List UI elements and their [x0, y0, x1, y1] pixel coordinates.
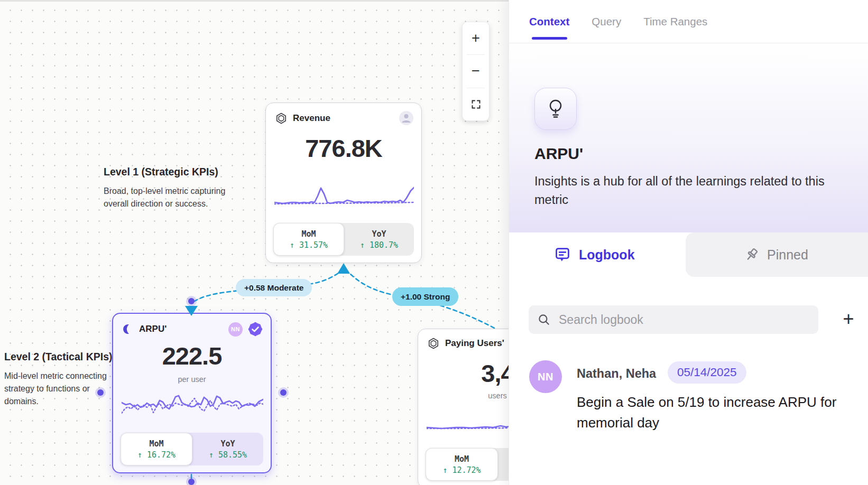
crescent-icon: [122, 323, 134, 335]
mom-value: ↑ 31.57%: [290, 240, 328, 250]
pinned-tab-label: Pinned: [767, 247, 808, 263]
arpu-sparkline: [122, 389, 263, 424]
arpu-yoy-toggle[interactable]: YoY ↑ 58.55%: [192, 433, 263, 465]
panel-metric-description: Insights is a hub for all of the learnin…: [534, 172, 836, 209]
entry-date-badge: 05/14/2025: [668, 361, 746, 384]
logbook-chat-icon: [554, 246, 571, 263]
revenue-card-header: Revenue: [275, 111, 413, 125]
entry-author-avatar: NN: [529, 360, 562, 393]
metric-hexagon-icon: [275, 112, 288, 125]
yoy-value: ↑ 58.55%: [209, 450, 247, 460]
handle-dot-arpu-left[interactable]: [97, 389, 104, 396]
tab-context[interactable]: Context: [529, 0, 569, 43]
metric-hexagon-icon: [427, 337, 440, 350]
zoom-in-button[interactable]: +: [463, 22, 489, 54]
entry-message: Begin a Sale on 5/19 to increase ARPU fo…: [577, 392, 849, 433]
pin-icon: [744, 247, 760, 263]
app-window: Level 1 (Strategic KPIs) Broad, top-leve…: [0, 0, 868, 485]
arpu-value: 222.5: [113, 341, 271, 370]
metric-tree-canvas[interactable]: Level 1 (Strategic KPIs) Broad, top-leve…: [0, 0, 509, 485]
edge-label-moderate[interactable]: +0.58 Moderate: [236, 279, 312, 296]
revenue-sparkline: [274, 181, 414, 211]
arpu-card-header: ARPU' NN: [122, 322, 263, 337]
logbook-search[interactable]: [529, 305, 818, 334]
tab-pinned[interactable]: Pinned: [686, 232, 868, 277]
mom-label: MoM: [149, 439, 163, 449]
logbook-search-input[interactable]: [558, 312, 810, 328]
revenue-yoy-toggle[interactable]: YoY ↑ 180.7%: [344, 223, 414, 256]
mom-label: MoM: [455, 454, 469, 464]
owner-avatar-icon[interactable]: [399, 111, 413, 125]
level2-description: Mid-level metric connecting strategy to …: [4, 370, 126, 408]
revenue-value: 776.8K: [266, 134, 421, 163]
entry-author-name: Nathan, Neha: [577, 367, 656, 381]
revenue-card-title: Revenue: [293, 113, 330, 124]
arpu-unit: per user: [113, 375, 271, 384]
add-logbook-entry-button[interactable]: +: [837, 307, 860, 331]
yoy-label: YoY: [372, 229, 386, 239]
paying-users-card-title: Paying Users': [445, 338, 504, 349]
search-icon: [537, 313, 551, 327]
arrow-into-revenue: [337, 263, 350, 274]
edge-label-strong[interactable]: +1.00 Strong: [392, 287, 458, 306]
fullscreen-icon: [470, 99, 482, 110]
yoy-value: ↑ 180.7%: [360, 240, 398, 250]
yoy-label: YoY: [220, 439, 235, 449]
handle-dot-arpu-top[interactable]: [188, 298, 195, 304]
mom-value: ↑ 16.72%: [137, 450, 176, 460]
lightbulb-icon: [546, 98, 565, 119]
context-side-panel: Context Query Time Ranges ARPU' Insights…: [509, 0, 868, 485]
paying-users-mom-toggle[interactable]: MoM ↑ 12.72%: [426, 448, 498, 481]
insight-tile: [534, 88, 577, 130]
tab-logbook[interactable]: Logbook: [554, 232, 635, 277]
metric-context-header: ARPU' Insights is a hub for all of the l…: [509, 43, 868, 232]
arpu-footer: MoM ↑ 16.72% YoY ↑ 58.55%: [121, 433, 263, 465]
revenue-mom-toggle[interactable]: MoM ↑ 31.57%: [273, 223, 344, 256]
logbook-pinned-tabstrip: Logbook Pinned: [509, 232, 868, 277]
arpu-mom-toggle[interactable]: MoM ↑ 16.72%: [121, 433, 192, 465]
logbook-tab-label: Logbook: [579, 247, 635, 263]
panel-metric-title: ARPU': [534, 145, 583, 163]
panel-tab-bar: Context Query Time Ranges: [509, 0, 868, 43]
person-icon: [399, 111, 413, 125]
tab-query[interactable]: Query: [592, 0, 621, 43]
tab-time-ranges[interactable]: Time Ranges: [643, 0, 707, 43]
fit-view-button[interactable]: [463, 88, 489, 120]
handle-dot-arpu-right[interactable]: [280, 389, 287, 396]
mom-value: ↑ 12.72%: [442, 465, 481, 475]
arpu-card-title: ARPU': [139, 324, 167, 334]
metric-node-revenue[interactable]: Revenue 776.8K MoM ↑ 31.57%: [265, 102, 422, 263]
level1-title: Level 1 (Strategic KPIs): [104, 166, 241, 178]
zoom-out-button[interactable]: −: [463, 55, 489, 87]
canvas-top-divider: [0, 0, 509, 2]
metric-node-arpu[interactable]: ARPU' NN 222.5 per user: [112, 313, 272, 473]
handle-dot-arpu-bottom[interactable]: [188, 479, 195, 485]
mom-label: MoM: [301, 229, 316, 239]
revenue-footer: MoM ↑ 31.57% YoY ↑ 180.7%: [273, 223, 414, 256]
level1-annotation: Level 1 (Strategic KPIs) Broad, top-leve…: [104, 166, 241, 210]
canvas-zoom-toolbar: + −: [462, 22, 490, 121]
verified-badge-icon[interactable]: [248, 322, 263, 337]
assignee-avatar-nn[interactable]: NN: [228, 322, 243, 337]
level1-description: Broad, top-level metric capturing overal…: [104, 185, 237, 210]
